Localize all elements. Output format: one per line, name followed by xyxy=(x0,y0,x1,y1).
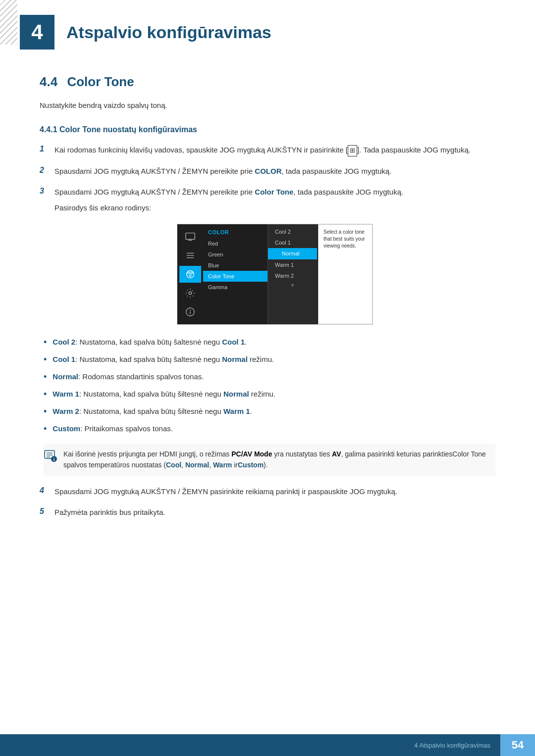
footer-page-number: 54 xyxy=(500,734,535,756)
icon-color[interactable] xyxy=(179,266,201,283)
bullet-text-4: Warm 1: Nustatoma, kad spalva būtų šilte… xyxy=(53,389,275,400)
menu-screenshot: COLOR Red Green Blue Color Tone Gamma Co… xyxy=(40,224,495,325)
menu-item-blue[interactable]: Blue xyxy=(203,260,268,271)
bullet-dot-3: • xyxy=(44,370,47,384)
page: 4 Atspalvio konfigūravimas 4.4 Color Ton… xyxy=(0,0,535,756)
tooltip-text: Select a color tone that best suits your… xyxy=(323,229,365,249)
bullet-cool1: • Cool 1: Nustatoma, kad spalva būtų šal… xyxy=(44,354,495,366)
bullet-dot-5: • xyxy=(44,405,47,418)
bullet-bold-2b: Normal xyxy=(222,355,248,363)
bullet-warm1: • Warm 1: Nustatoma, kad spalva būtų šil… xyxy=(44,389,495,401)
svg-point-8 xyxy=(191,272,193,274)
menu-item-green[interactable]: Green xyxy=(203,249,268,260)
step-1-number: 1 xyxy=(40,145,54,153)
step-5: 5 Pažymėta parinktis bus pritaikyta. xyxy=(40,506,495,518)
color-icon xyxy=(185,269,196,280)
step-2-number: 2 xyxy=(40,166,54,175)
gear-icon xyxy=(185,288,196,299)
bullet-dot-2: • xyxy=(44,353,47,366)
menu-item-red[interactable]: Red xyxy=(203,238,268,249)
icon-tv[interactable] xyxy=(179,228,201,245)
svg-point-9 xyxy=(189,275,191,277)
note-icon-container: i xyxy=(44,449,57,462)
step-5-number: 5 xyxy=(40,507,54,516)
submenu-item-cool2[interactable]: Cool 2 xyxy=(268,226,317,237)
bullet-bold-1: Cool 2 xyxy=(53,338,75,346)
footer-text: 4 Atspalvio konfigūravimas xyxy=(414,742,500,749)
note-bold-2: AV xyxy=(332,450,341,458)
submenu-item-warm1[interactable]: Warm 1 xyxy=(268,259,317,270)
bullet-dot-4: • xyxy=(44,388,47,401)
menu-item-colortone[interactable]: Color Tone xyxy=(203,271,268,282)
bullet-list: • Cool 2: Nustatoma, kad spalva būtų šal… xyxy=(44,337,495,436)
step-4-text: Spausdami JOG mygtuką AUKŠTYN / ŽEMYN pa… xyxy=(54,486,495,498)
step-3-subtext: Pasirodys šis ekrano rodinys: xyxy=(54,202,495,214)
submenu-item-warm2[interactable]: Warm 2 xyxy=(268,270,317,281)
checkmark-icon: ✓ xyxy=(275,251,279,256)
subsection-title: 4.4.1 Color Tone nuostatų konfigūravimas xyxy=(40,125,495,134)
menu-image: COLOR Red Green Blue Color Tone Gamma Co… xyxy=(177,224,373,325)
bullet-bold-4b: Normal xyxy=(223,390,249,398)
step-2-bold: COLOR xyxy=(255,167,281,175)
note-bold-1: PC/AV Mode xyxy=(231,450,272,458)
svg-text:i: i xyxy=(54,457,55,462)
svg-rect-0 xyxy=(186,233,195,239)
bullet-cool2: • Cool 2: Nustatoma, kad spalva būtų šal… xyxy=(44,337,495,349)
bullet-text-1: Cool 2: Nustatoma, kad spalva būtų šalte… xyxy=(53,337,247,348)
section-number: 4.4 xyxy=(40,74,57,89)
bullet-custom: • Custom: Pritaikomas spalvos tonas. xyxy=(44,423,495,436)
bullet-normal: • Normal: Rodomas standartinis spalvos t… xyxy=(44,371,495,384)
step-1: 1 Kai rodomas funkcinių klavišų vadovas,… xyxy=(40,144,495,156)
icon-info[interactable] xyxy=(179,303,201,320)
step-3: 3 Spausdami JOG mygtuką AUKŠTYN / ŽEMYN … xyxy=(40,186,495,198)
tv-icon xyxy=(185,231,196,242)
chapter-header: 4 Atspalvio konfigūravimas xyxy=(0,0,535,59)
note-bold-4: Normal xyxy=(185,461,209,469)
note-bold-3: Cool xyxy=(166,461,181,469)
bullet-bold-4: Warm 1 xyxy=(53,390,79,398)
scroll-down-indicator: ▼ xyxy=(268,281,317,289)
note-icon: i xyxy=(44,449,57,462)
svg-point-7 xyxy=(188,272,190,274)
step-2-text: Spausdami JOG mygtuką AUKŠTYN / ŽEMYN pe… xyxy=(54,165,495,177)
icon-gear[interactable] xyxy=(179,285,201,302)
note-text: Kai išorinė įvestis prijungta per HDMI j… xyxy=(63,449,495,471)
bullet-dot-1: • xyxy=(44,336,47,349)
note-bold-5: Warm xyxy=(213,461,232,469)
menu-item-gamma[interactable]: Gamma xyxy=(203,282,268,293)
bullet-bold-1b: Cool 1 xyxy=(222,338,245,346)
note-bold-6: Custom xyxy=(238,461,264,469)
bullet-bold-2: Cool 1 xyxy=(53,355,75,363)
section-title: 4.4 Color Tone xyxy=(40,74,495,90)
step-2: 2 Spausdami JOG mygtuką AUKŠTYN / ŽEMYN … xyxy=(40,165,495,177)
page-footer: 4 Atspalvio konfigūravimas 54 xyxy=(0,734,535,756)
step-4-number: 4 xyxy=(40,486,54,495)
submenu-item-normal[interactable]: ✓ Normal xyxy=(268,248,317,259)
content-area: 4.4 Color Tone Nustatykite bendrą vaizdo… xyxy=(0,69,535,547)
step-3-number: 3 xyxy=(40,187,54,196)
decorative-pattern xyxy=(0,0,17,45)
icon-lines[interactable] xyxy=(179,247,201,264)
main-menu-panel: COLOR Red Green Blue Color Tone Gamma xyxy=(203,224,268,324)
tooltip-panel: Select a color tone that best suits your… xyxy=(318,224,373,324)
chapter-number: 4 xyxy=(20,15,54,50)
subsection-number: 4.4.1 xyxy=(40,125,57,134)
bullet-bold-5: Warm 2 xyxy=(53,407,79,415)
info-icon xyxy=(185,306,196,317)
intro-text: Nustatykite bendrą vaizdo spalvų toną. xyxy=(40,100,495,111)
bullet-warm2: • Warm 2: Nustatoma, kad spalva būtų šil… xyxy=(44,406,495,418)
chapter-title: Atspalvio konfigūravimas xyxy=(66,23,271,42)
svg-point-13 xyxy=(190,310,191,310)
bullet-dot-6: • xyxy=(44,422,47,436)
submenu-item-cool1[interactable]: Cool 1 xyxy=(268,237,317,248)
svg-point-10 xyxy=(189,292,192,295)
bullet-text-2: Cool 1: Nustatoma, kad spalva būtų šalte… xyxy=(53,354,274,365)
submenu-panel: Cool 2 Cool 1 ✓ Normal Warm 1 Warm 2 ▼ xyxy=(268,224,317,324)
menu-panel-title: COLOR xyxy=(203,227,268,238)
bullet-bold-3: Normal xyxy=(53,372,78,381)
bullet-bold-5b: Warm 1 xyxy=(223,407,250,415)
icon-panel xyxy=(177,224,203,324)
step-5-text: Pažymėta parinktis bus pritaikyta. xyxy=(54,506,495,518)
step-3-subtext-container: Pasirodys šis ekrano rodinys: xyxy=(40,202,495,214)
lines-icon xyxy=(185,250,196,261)
